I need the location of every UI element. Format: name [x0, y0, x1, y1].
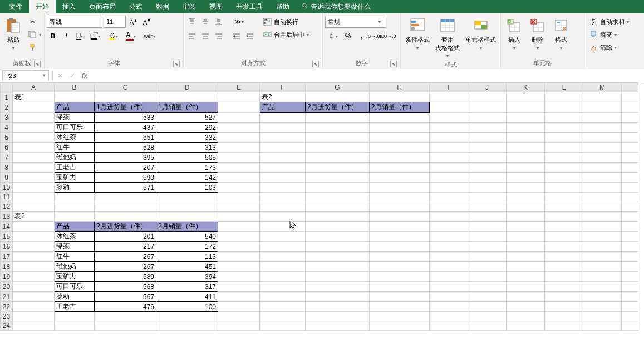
cell-C3[interactable]: 533	[95, 113, 156, 123]
cell-X9[interactable]	[622, 173, 638, 183]
cell-J2[interactable]	[468, 102, 507, 113]
row-header-5[interactable]: 5	[1, 133, 13, 143]
cell-B11[interactable]	[55, 193, 95, 202]
italic-button[interactable]: I	[60, 30, 72, 42]
cell-H23[interactable]	[370, 312, 430, 321]
cell-B21[interactable]: 脉动	[55, 292, 95, 302]
col-header-F[interactable]: F	[260, 83, 306, 92]
cell-G19[interactable]	[306, 272, 370, 282]
cell-G24[interactable]	[306, 321, 370, 331]
cell-D23[interactable]	[156, 312, 218, 321]
cell-G12[interactable]	[306, 202, 370, 212]
cell-H14[interactable]	[370, 222, 430, 232]
cell-X24[interactable]	[622, 321, 638, 331]
cell-E11[interactable]	[218, 193, 260, 202]
cell-M8[interactable]	[583, 163, 622, 173]
cell-C6[interactable]: 528	[95, 143, 156, 153]
tab-file[interactable]: 文件	[2, 0, 29, 13]
cell-H15[interactable]	[370, 232, 430, 242]
comma-button[interactable]: ,	[355, 30, 367, 42]
cell-L16[interactable]	[545, 242, 583, 252]
cell-I23[interactable]	[430, 312, 468, 321]
cell-G14[interactable]	[306, 222, 370, 232]
cell-B8[interactable]: 王老吉	[55, 163, 95, 173]
cell-G15[interactable]	[306, 232, 370, 242]
cell-L2[interactable]	[545, 102, 583, 113]
cell-F19[interactable]	[260, 272, 306, 282]
insert-cells-button[interactable]: +插入▾	[503, 16, 525, 52]
cell-A3[interactable]	[13, 113, 55, 123]
cell-J12[interactable]	[468, 202, 507, 212]
cell-J8[interactable]	[468, 163, 507, 173]
cell-I12[interactable]	[430, 202, 468, 212]
cell-C4[interactable]: 437	[95, 123, 156, 133]
cell-G18[interactable]	[306, 262, 370, 272]
cell-E15[interactable]	[218, 232, 260, 242]
cell-H21[interactable]	[370, 292, 430, 302]
cell-X23[interactable]	[622, 312, 638, 321]
cell-E22[interactable]	[218, 302, 260, 312]
borders-button[interactable]: ▾	[87, 30, 104, 42]
cell-E5[interactable]	[218, 133, 260, 143]
cell-G4[interactable]	[306, 123, 370, 133]
row-header-9[interactable]: 9	[1, 173, 13, 183]
cell-D3[interactable]: 527	[156, 113, 218, 123]
cell-C21[interactable]: 567	[95, 292, 156, 302]
cell-L9[interactable]	[545, 173, 583, 183]
cell-B16[interactable]: 绿茶	[55, 242, 95, 252]
cell-C2[interactable]: 1月进货量（件）	[95, 102, 156, 113]
cell-F5[interactable]	[260, 133, 306, 143]
cell-C5[interactable]: 551	[95, 133, 156, 143]
cell-A4[interactable]	[13, 123, 55, 133]
cell-A10[interactable]	[13, 183, 55, 193]
cell-K17[interactable]	[507, 252, 545, 262]
cell-M12[interactable]	[583, 202, 622, 212]
cut-button[interactable]: ✂	[26, 16, 43, 28]
cell-M11[interactable]	[583, 193, 622, 202]
row-header-12[interactable]: 12	[1, 202, 13, 212]
tab-view[interactable]: 视图	[203, 0, 229, 13]
cell-B6[interactable]: 红牛	[55, 143, 95, 153]
row-header-15[interactable]: 15	[1, 232, 13, 242]
cell-L12[interactable]	[545, 202, 583, 212]
cell-M6[interactable]	[583, 143, 622, 153]
orientation-button[interactable]: ≫▾	[230, 16, 247, 28]
cell-C16[interactable]: 217	[95, 242, 156, 252]
cell-I15[interactable]	[430, 232, 468, 242]
cell-C11[interactable]	[95, 193, 156, 202]
cell-A18[interactable]	[13, 262, 55, 272]
cell-G3[interactable]	[306, 113, 370, 123]
cell-J24[interactable]	[468, 321, 507, 331]
cell-E21[interactable]	[218, 292, 260, 302]
align-launcher[interactable]: ⬊	[312, 61, 319, 67]
cell-E19[interactable]	[218, 272, 260, 282]
align-center-button[interactable]	[199, 30, 212, 42]
cell-X13[interactable]	[622, 212, 638, 222]
cell-X6[interactable]	[622, 143, 638, 153]
cell-L4[interactable]	[545, 123, 583, 133]
cell-I9[interactable]	[430, 173, 468, 183]
cell-A17[interactable]	[13, 252, 55, 262]
cell-D24[interactable]	[156, 321, 218, 331]
cell-M4[interactable]	[583, 123, 622, 133]
cell-D21[interactable]: 411	[156, 292, 218, 302]
cell-X15[interactable]	[622, 232, 638, 242]
cell-M20[interactable]	[583, 282, 622, 292]
cell-G7[interactable]	[306, 153, 370, 163]
cell-F7[interactable]	[260, 153, 306, 163]
cell-X8[interactable]	[622, 163, 638, 173]
cell-F15[interactable]	[260, 232, 306, 242]
cell-D12[interactable]	[156, 202, 218, 212]
cell-X21[interactable]	[622, 292, 638, 302]
cell-A7[interactable]	[13, 153, 55, 163]
copy-button[interactable]: ▾	[26, 28, 43, 41]
col-header-B[interactable]: B	[55, 83, 95, 92]
tell-me-search[interactable]: 告诉我你想要做什么	[301, 2, 371, 12]
cell-I21[interactable]	[430, 292, 468, 302]
cell-I13[interactable]	[430, 212, 468, 222]
cell-X2[interactable]	[622, 102, 638, 113]
cell-D13[interactable]	[156, 212, 218, 222]
cell-F4[interactable]	[260, 123, 306, 133]
cell-A21[interactable]	[13, 292, 55, 302]
cell-A1[interactable]: 表1	[13, 92, 55, 102]
